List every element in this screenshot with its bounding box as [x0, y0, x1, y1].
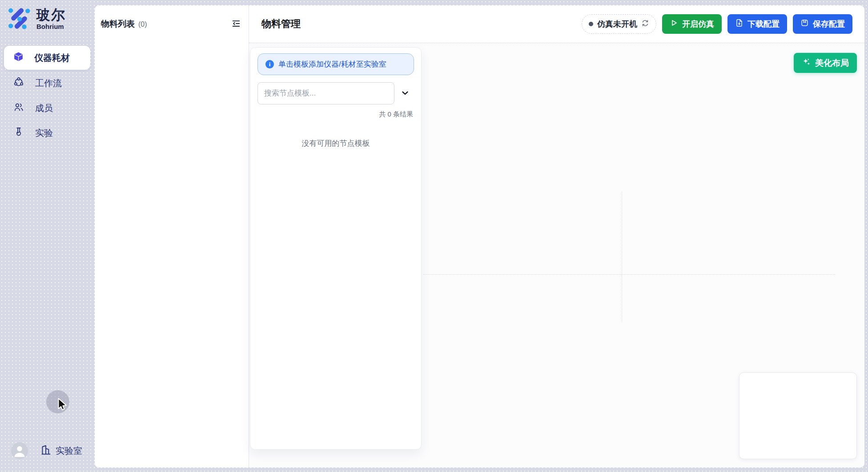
sidebar-item-instruments[interactable]: 仪器耗材 [4, 46, 90, 70]
play-icon [670, 19, 678, 29]
status-dot-icon [589, 22, 593, 26]
sidebar-footer: 实验室 [11, 442, 82, 459]
info-icon: i [265, 60, 274, 68]
members-icon [13, 102, 24, 115]
brand-name: 玻尔 [36, 8, 66, 23]
chevron-down-icon [401, 88, 410, 99]
beautify-layout-label: 美化布局 [815, 57, 849, 69]
materials-list-header: 物料列表 (0) [95, 5, 249, 43]
sidebar-item-label: 成员 [35, 102, 53, 114]
sidebar-item-label: 工作流 [35, 77, 62, 89]
download-file-icon [735, 19, 743, 29]
lab-label: 实验室 [56, 445, 82, 457]
beautify-layout-button[interactable]: 美化布局 [794, 53, 857, 73]
brand-subtitle: Bohrium [36, 23, 66, 30]
sidebar: 玻尔 Bohrium 仪器耗材 工作流 [0, 0, 95, 472]
sidebar-item-label: 实验 [35, 127, 53, 139]
refresh-icon[interactable] [641, 19, 649, 29]
lab-entry[interactable]: 实验室 [40, 444, 82, 458]
main-card: 物料列表 (0) 物料管理 仿真 [95, 5, 864, 468]
building-icon [40, 444, 52, 458]
bohrium-logo-icon [7, 6, 31, 32]
page-title: 物料管理 [261, 17, 301, 31]
collapse-templates-button[interactable] [401, 88, 410, 99]
materials-list-title: 物料列表 [101, 18, 135, 30]
sidebar-nav: 仪器耗材 工作流 成员 [0, 46, 95, 145]
template-search-row [257, 82, 414, 104]
start-sim-label: 开启仿真 [682, 19, 714, 29]
template-hint-text: 单击模板添加仪器/耗材至实验室 [278, 59, 386, 69]
collapse-panel-icon [231, 19, 241, 30]
save-config-button[interactable]: 保存配置 [793, 14, 852, 34]
cube-icon [13, 52, 24, 64]
minimap[interactable] [739, 372, 857, 459]
sparkles-icon [802, 57, 811, 69]
download-config-button[interactable]: 下载配置 [727, 14, 787, 34]
save-icon [800, 19, 809, 29]
start-sim-button[interactable]: 开启仿真 [662, 14, 722, 34]
collapse-panel-button[interactable] [230, 18, 242, 31]
sidebar-item-workflow[interactable]: 工作流 [0, 71, 95, 96]
flow-canvas[interactable]: i 单击模板添加仪器/耗材至实验室 共 0 条结果 没有可用的节点模板 [249, 43, 864, 468]
sim-status-chip[interactable]: 仿真未开机 [582, 14, 656, 34]
save-config-label: 保存配置 [813, 19, 845, 29]
main-region: 物料管理 仿真未开机 [249, 5, 864, 468]
app-logo[interactable]: 玻尔 Bohrium [7, 6, 66, 32]
sidebar-item-label: 仪器耗材 [34, 52, 70, 64]
materials-list-panel: 物料列表 (0) [95, 5, 249, 468]
template-empty-state: 没有可用的节点模板 [257, 138, 414, 148]
template-result-count: 共 0 条结果 [257, 110, 414, 119]
workflow-icon [13, 77, 24, 90]
download-config-label: 下载配置 [747, 19, 780, 29]
canvas-guideline-vertical [622, 192, 622, 322]
sidebar-item-experiments[interactable]: 实验 [0, 120, 95, 145]
template-hint-banner[interactable]: i 单击模板添加仪器/耗材至实验室 [257, 53, 414, 75]
node-template-panel: i 单击模板添加仪器/耗材至实验室 共 0 条结果 没有可用的节点模板 [250, 47, 422, 450]
user-avatar[interactable] [11, 442, 28, 459]
canvas-guideline-horizontal [423, 274, 835, 275]
mouse-cursor-icon [56, 397, 69, 414]
sidebar-item-members[interactable]: 成员 [0, 96, 95, 120]
materials-list-count: (0) [138, 20, 147, 28]
sim-status-label: 仿真未开机 [597, 19, 637, 29]
experiment-icon [13, 127, 24, 140]
template-search-input[interactable] [257, 82, 394, 104]
main-header: 物料管理 仿真未开机 [249, 5, 864, 43]
header-actions: 仿真未开机 [582, 14, 852, 34]
